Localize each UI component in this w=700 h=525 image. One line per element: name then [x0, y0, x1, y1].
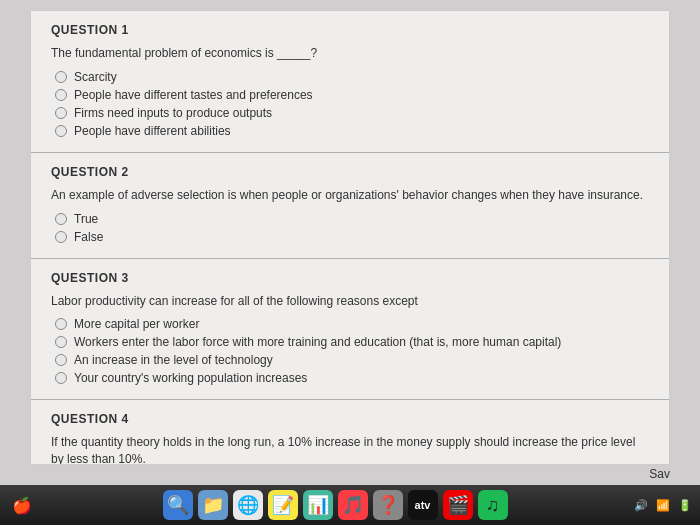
- list-item[interactable]: More capital per worker: [55, 317, 649, 331]
- question-2-block: QUESTION 2 An example of adverse selecti…: [31, 153, 669, 259]
- question-4-block: QUESTION 4 If the quantity theory holds …: [31, 400, 669, 465]
- taskbar: 🍎 🔍 📁 🌐 📝 📊 🎵 ❓ atv 🎬 ♫ 🔊 📶 🔋: [0, 485, 700, 525]
- option-label: Firms need inputs to produce outputs: [74, 106, 272, 120]
- dock-icon-spotify[interactable]: ♫: [478, 490, 508, 520]
- option-label: False: [74, 230, 103, 244]
- question-3-text: Labor productivity can increase for all …: [51, 293, 649, 310]
- option-label: Your country's working population increa…: [74, 371, 307, 385]
- question-1-text: The fundamental problem of economics is …: [51, 45, 649, 62]
- question-1-options: Scarcity People have different tastes an…: [55, 70, 649, 138]
- option-label: People have different abilities: [74, 124, 231, 138]
- dock-icon-tv[interactable]: atv: [408, 490, 438, 520]
- dock: 🔍 📁 🌐 📝 📊 🎵 ❓ atv 🎬 ♫: [163, 490, 508, 520]
- radio-icon[interactable]: [55, 372, 67, 384]
- save-label: Sav: [649, 467, 670, 481]
- question-2-title: QUESTION 2: [51, 165, 649, 179]
- question-2-text: An example of adverse selection is when …: [51, 187, 649, 204]
- list-item[interactable]: Scarcity: [55, 70, 649, 84]
- question-1-block: QUESTION 1 The fundamental problem of ec…: [31, 11, 669, 153]
- save-area: Sav: [0, 465, 700, 485]
- dock-icon-finder[interactable]: 🔍: [163, 490, 193, 520]
- radio-icon[interactable]: [55, 336, 67, 348]
- taskbar-left: 🍎: [8, 491, 36, 519]
- dock-icon-browser[interactable]: 🌐: [233, 490, 263, 520]
- dock-icon-notes[interactable]: 📝: [268, 490, 298, 520]
- clock-label: 🔊: [634, 499, 648, 512]
- question-1-title: QUESTION 1: [51, 23, 649, 37]
- list-item[interactable]: Workers enter the labor force with more …: [55, 335, 649, 349]
- question-3-block: QUESTION 3 Labor productivity can increa…: [31, 259, 669, 401]
- taskbar-right: 🔊 📶 🔋: [634, 499, 692, 512]
- option-label: More capital per worker: [74, 317, 199, 331]
- dock-icon-help[interactable]: ❓: [373, 490, 403, 520]
- dock-icon-chart[interactable]: 📊: [303, 490, 333, 520]
- radio-icon[interactable]: [55, 89, 67, 101]
- list-item[interactable]: False: [55, 230, 649, 244]
- list-item[interactable]: Your country's working population increa…: [55, 371, 649, 385]
- question-4-text: If the quantity theory holds in the long…: [51, 434, 649, 465]
- question-2-options: True False: [55, 212, 649, 244]
- question-3-title: QUESTION 3: [51, 271, 649, 285]
- list-item[interactable]: People have different tastes and prefere…: [55, 88, 649, 102]
- list-item[interactable]: An increase in the level of technology: [55, 353, 649, 367]
- option-label: True: [74, 212, 98, 226]
- list-item[interactable]: People have different abilities: [55, 124, 649, 138]
- option-label: Scarcity: [74, 70, 117, 84]
- radio-icon[interactable]: [55, 354, 67, 366]
- apple-icon[interactable]: 🍎: [8, 491, 36, 519]
- question-4-title: QUESTION 4: [51, 412, 649, 426]
- option-label: An increase in the level of technology: [74, 353, 273, 367]
- radio-icon[interactable]: [55, 318, 67, 330]
- dock-icon-video[interactable]: 🎬: [443, 490, 473, 520]
- radio-icon[interactable]: [55, 71, 67, 83]
- battery-icon: 🔋: [678, 499, 692, 512]
- radio-icon[interactable]: [55, 231, 67, 243]
- question-3-options: More capital per worker Workers enter th…: [55, 317, 649, 385]
- option-label: Workers enter the labor force with more …: [74, 335, 561, 349]
- wifi-icon: 📶: [656, 499, 670, 512]
- radio-icon[interactable]: [55, 213, 67, 225]
- radio-icon[interactable]: [55, 125, 67, 137]
- radio-icon[interactable]: [55, 107, 67, 119]
- list-item[interactable]: Firms need inputs to produce outputs: [55, 106, 649, 120]
- list-item[interactable]: True: [55, 212, 649, 226]
- dock-icon-folder[interactable]: 📁: [198, 490, 228, 520]
- quiz-container: QUESTION 1 The fundamental problem of ec…: [30, 10, 670, 465]
- option-label: People have different tastes and prefere…: [74, 88, 313, 102]
- dock-icon-music[interactable]: 🎵: [338, 490, 368, 520]
